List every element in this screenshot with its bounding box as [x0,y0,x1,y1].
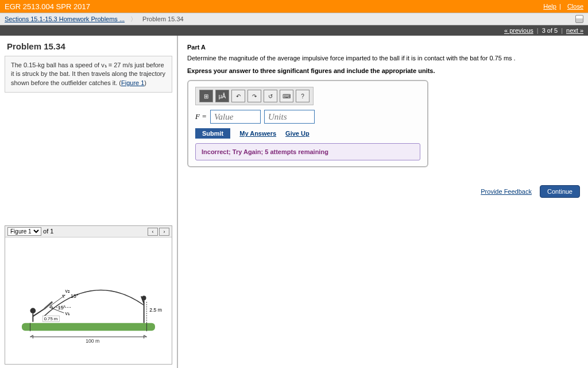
figure-header: Figure 1 of 1 ‹ › [5,226,172,237]
submit-button[interactable]: Submit [195,128,230,139]
figure-selector-wrap: Figure 1 of 1 [7,227,53,236]
figure-panel: Figure 1 of 1 ‹ › 100 m [5,225,172,365]
main: Problem 15.34 The 0.15-kg ball has a spe… [0,36,588,368]
svg-text:v₂: v₂ [65,288,69,294]
breadcrumb-left: Sections 15.1-15.3 Homework Problems ...… [5,15,184,24]
bottom-actions: Provide Feedback Continue [481,185,580,198]
give-up-link[interactable]: Give Up [285,130,310,137]
submit-row: Submit My Answers Give Up [195,128,420,139]
svg-text:100 m: 100 m [86,338,99,344]
answer-row: F = [195,110,420,124]
problem-text: The 0.15-kg ball has a speed of v₁ = 27 … [5,56,172,93]
svg-text:2.5 m: 2.5 m [149,307,162,313]
breadcrumb-current: Problem 15.34 [142,16,184,22]
answer-card: ⊞ μÅ ↶ ↷ ↺ ⌨ ? F = Submit My Answers Giv… [187,80,428,167]
greek-button[interactable]: μÅ [215,90,229,102]
nav-position: 3 of 5 [542,27,558,34]
top-links: Help | Close [540,3,583,10]
svg-rect-0 [22,323,155,331]
figure-of: of 1 [43,228,53,235]
svg-text:15°: 15° [58,305,65,310]
figure-image: 100 m v₂ 15° v₁ 15° [5,237,172,364]
equation-label: F = [195,112,207,121]
reset-button[interactable]: ↺ [264,90,277,102]
svg-text:v₁: v₁ [65,310,69,316]
close-link[interactable]: Close [567,3,583,10]
svg-point-5 [30,308,36,314]
svg-text:15°: 15° [71,293,78,299]
svg-text:0.75 m: 0.75 m [44,316,58,321]
figure-prev-button[interactable]: ‹ [148,228,158,236]
keyboard-button[interactable]: ⌨ [280,90,293,102]
undo-button[interactable]: ↶ [231,90,245,102]
instruction-text: Express your answer to three significant… [187,67,580,74]
figure-nav: ‹ › [148,228,169,236]
value-input[interactable] [210,110,261,124]
units-input[interactable] [264,110,315,124]
nav-strip: « previous | 3 of 5 | next » [0,25,588,36]
help-link[interactable]: Help [543,3,556,10]
question-text: Determine the magnitude of the average i… [187,54,580,63]
top-bar: EGR 2513.004 SPR 2017 Help | Close [0,0,588,13]
toolbar-help-button[interactable]: ? [296,90,310,102]
my-answers-link[interactable]: My Answers [239,130,276,137]
feedback-message: Incorrect; Try Again; 5 attempts remaini… [195,143,420,160]
print-icon[interactable] [575,15,583,23]
nav-sep: | [537,27,539,34]
redo-button[interactable]: ↷ [247,90,261,102]
link-separator: | [559,3,561,10]
next-link[interactable]: next » [566,27,583,34]
provide-feedback-link[interactable]: Provide Feedback [481,188,532,195]
templates-button[interactable]: ⊞ [199,90,213,102]
prev-link[interactable]: « previous [504,27,533,34]
nav-sep: | [561,27,563,34]
answer-toolbar: ⊞ μÅ ↶ ↷ ↺ ⌨ ? [195,87,314,105]
right-pane: Part A Determine the magnitude of the av… [178,36,588,368]
continue-button[interactable]: Continue [540,185,580,198]
figure-next-button[interactable]: › [159,228,169,236]
figure-link[interactable]: Figure 1 [121,79,144,86]
problem-text-2: ) [144,79,146,86]
breadcrumb-section-link[interactable]: Sections 15.1-15.3 Homework Problems ... [5,16,125,22]
part-title: Part A [187,44,580,51]
problem-title: Problem 15.34 [0,36,177,56]
figure-selector[interactable]: Figure 1 [7,227,41,236]
breadcrumb-chevron-icon: 〉 [130,15,137,24]
left-pane: Problem 15.34 The 0.15-kg ball has a spe… [0,36,178,368]
breadcrumb: Sections 15.1-15.3 Homework Problems ...… [0,13,588,25]
course-title: EGR 2513.004 SPR 2017 [5,2,90,11]
